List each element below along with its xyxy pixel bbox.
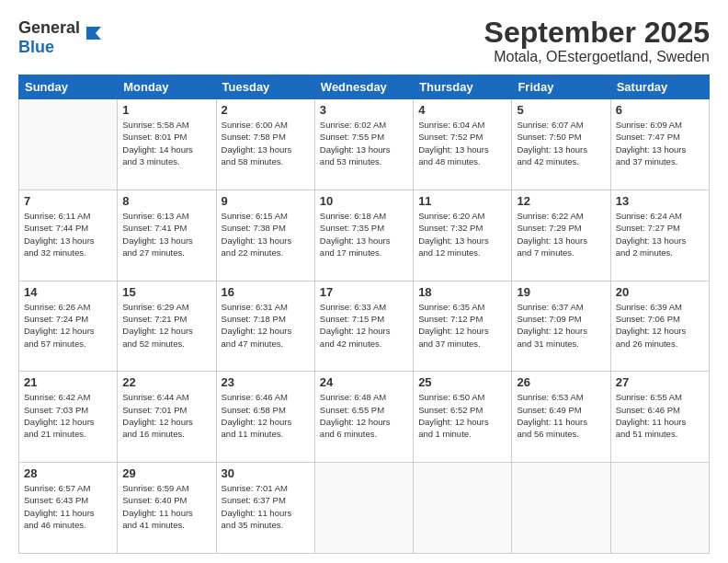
table-row: 25Sunrise: 6:50 AM Sunset: 6:52 PM Dayli…	[414, 372, 512, 463]
day-info: Sunrise: 6:37 AM Sunset: 7:09 PM Dayligh…	[517, 301, 605, 350]
table-row	[610, 463, 709, 554]
day-info: Sunrise: 6:18 AM Sunset: 7:35 PM Dayligh…	[320, 210, 408, 259]
table-row: 10Sunrise: 6:18 AM Sunset: 7:35 PM Dayli…	[314, 190, 413, 281]
calendar-table: Sunday Monday Tuesday Wednesday Thursday…	[18, 75, 710, 554]
day-info: Sunrise: 6:20 AM Sunset: 7:32 PM Dayligh…	[418, 210, 506, 259]
day-number: 8	[122, 194, 210, 208]
col-sunday: Sunday	[19, 75, 118, 99]
table-row: 17Sunrise: 6:33 AM Sunset: 7:15 PM Dayli…	[314, 281, 413, 372]
day-number: 7	[24, 194, 112, 208]
day-info: Sunrise: 6:55 AM Sunset: 6:46 PM Dayligh…	[616, 391, 704, 440]
table-row: 7Sunrise: 6:11 AM Sunset: 7:44 PM Daylig…	[19, 190, 118, 281]
day-number: 20	[616, 285, 704, 299]
day-number: 22	[122, 375, 210, 389]
table-row: 28Sunrise: 6:57 AM Sunset: 6:43 PM Dayli…	[19, 463, 118, 554]
day-info: Sunrise: 6:33 AM Sunset: 7:15 PM Dayligh…	[320, 301, 408, 350]
day-info: Sunrise: 6:50 AM Sunset: 6:52 PM Dayligh…	[418, 391, 506, 440]
day-number: 27	[616, 375, 704, 389]
table-row: 9Sunrise: 6:15 AM Sunset: 7:38 PM Daylig…	[216, 190, 314, 281]
table-row	[19, 99, 118, 190]
day-number: 26	[517, 375, 605, 389]
day-info: Sunrise: 6:09 AM Sunset: 7:47 PM Dayligh…	[616, 119, 704, 167]
day-info: Sunrise: 6:35 AM Sunset: 7:12 PM Dayligh…	[418, 301, 506, 350]
calendar-week-row: 1Sunrise: 5:58 AM Sunset: 8:01 PM Daylig…	[19, 99, 710, 190]
logo-flag-icon	[83, 23, 103, 43]
day-number: 18	[418, 285, 506, 299]
logo: General Blue	[18, 17, 103, 57]
table-row: 23Sunrise: 6:46 AM Sunset: 6:58 PM Dayli…	[216, 372, 314, 463]
calendar-header-row: Sunday Monday Tuesday Wednesday Thursday…	[19, 75, 710, 99]
table-row: 14Sunrise: 6:26 AM Sunset: 7:24 PM Dayli…	[19, 281, 118, 372]
day-number: 15	[122, 285, 210, 299]
day-info: Sunrise: 6:00 AM Sunset: 7:58 PM Dayligh…	[222, 119, 310, 167]
table-row	[414, 463, 512, 554]
calendar-title: September 2025	[484, 17, 710, 49]
day-number: 6	[616, 103, 704, 117]
day-info: Sunrise: 6:53 AM Sunset: 6:49 PM Dayligh…	[517, 391, 605, 440]
day-number: 24	[320, 375, 408, 389]
day-number: 28	[24, 466, 112, 480]
day-number: 11	[418, 194, 506, 208]
table-row: 2Sunrise: 6:00 AM Sunset: 7:58 PM Daylig…	[216, 99, 314, 190]
day-info: Sunrise: 6:22 AM Sunset: 7:29 PM Dayligh…	[517, 210, 605, 259]
day-info: Sunrise: 6:15 AM Sunset: 7:38 PM Dayligh…	[222, 210, 310, 259]
day-info: Sunrise: 6:44 AM Sunset: 7:01 PM Dayligh…	[122, 391, 210, 440]
table-row: 26Sunrise: 6:53 AM Sunset: 6:49 PM Dayli…	[512, 372, 610, 463]
day-number: 21	[24, 375, 112, 389]
day-info: Sunrise: 6:13 AM Sunset: 7:41 PM Dayligh…	[122, 210, 210, 259]
col-saturday: Saturday	[610, 75, 709, 99]
day-info: Sunrise: 6:11 AM Sunset: 7:44 PM Dayligh…	[24, 210, 112, 259]
calendar-week-row: 28Sunrise: 6:57 AM Sunset: 6:43 PM Dayli…	[19, 463, 710, 554]
day-info: Sunrise: 6:39 AM Sunset: 7:06 PM Dayligh…	[616, 301, 704, 350]
calendar-week-row: 21Sunrise: 6:42 AM Sunset: 7:03 PM Dayli…	[19, 372, 710, 463]
day-number: 12	[517, 194, 605, 208]
day-number: 1	[122, 103, 210, 117]
logo-blue: Blue	[18, 38, 80, 57]
calendar-week-row: 14Sunrise: 6:26 AM Sunset: 7:24 PM Dayli…	[19, 281, 710, 372]
day-number: 30	[222, 466, 310, 480]
table-row: 20Sunrise: 6:39 AM Sunset: 7:06 PM Dayli…	[610, 281, 709, 372]
table-row: 29Sunrise: 6:59 AM Sunset: 6:40 PM Dayli…	[118, 463, 216, 554]
table-row: 18Sunrise: 6:35 AM Sunset: 7:12 PM Dayli…	[414, 281, 512, 372]
page: General Blue September 2025 Motala, OEst…	[0, 0, 728, 563]
table-row: 27Sunrise: 6:55 AM Sunset: 6:46 PM Dayli…	[610, 372, 709, 463]
title-block: September 2025 Motala, OEstergoetland, S…	[484, 17, 710, 65]
svg-marker-0	[86, 27, 101, 40]
col-tuesday: Tuesday	[216, 75, 314, 99]
table-row: 12Sunrise: 6:22 AM Sunset: 7:29 PM Dayli…	[512, 190, 610, 281]
calendar-week-row: 7Sunrise: 6:11 AM Sunset: 7:44 PM Daylig…	[19, 190, 710, 281]
day-info: Sunrise: 6:29 AM Sunset: 7:21 PM Dayligh…	[122, 301, 210, 350]
day-info: Sunrise: 6:46 AM Sunset: 6:58 PM Dayligh…	[222, 391, 310, 440]
table-row: 13Sunrise: 6:24 AM Sunset: 7:27 PM Dayli…	[610, 190, 709, 281]
day-number: 3	[320, 103, 408, 117]
day-number: 4	[418, 103, 506, 117]
table-row	[512, 463, 610, 554]
day-info: Sunrise: 6:26 AM Sunset: 7:24 PM Dayligh…	[24, 301, 112, 350]
col-wednesday: Wednesday	[314, 75, 413, 99]
table-row: 19Sunrise: 6:37 AM Sunset: 7:09 PM Dayli…	[512, 281, 610, 372]
day-info: Sunrise: 7:01 AM Sunset: 6:37 PM Dayligh…	[222, 482, 310, 531]
day-info: Sunrise: 6:42 AM Sunset: 7:03 PM Dayligh…	[24, 391, 112, 440]
day-number: 5	[517, 103, 605, 117]
day-number: 17	[320, 285, 408, 299]
table-row: 22Sunrise: 6:44 AM Sunset: 7:01 PM Dayli…	[118, 372, 216, 463]
day-number: 25	[418, 375, 506, 389]
day-info: Sunrise: 5:58 AM Sunset: 8:01 PM Dayligh…	[122, 119, 210, 167]
day-info: Sunrise: 6:31 AM Sunset: 7:18 PM Dayligh…	[222, 301, 310, 350]
table-row: 11Sunrise: 6:20 AM Sunset: 7:32 PM Dayli…	[414, 190, 512, 281]
day-number: 23	[222, 375, 310, 389]
col-friday: Friday	[512, 75, 610, 99]
day-number: 19	[517, 285, 605, 299]
day-number: 16	[222, 285, 310, 299]
col-monday: Monday	[118, 75, 216, 99]
header: General Blue September 2025 Motala, OEst…	[18, 17, 710, 65]
table-row: 24Sunrise: 6:48 AM Sunset: 6:55 PM Dayli…	[314, 372, 413, 463]
day-number: 9	[222, 194, 310, 208]
table-row: 8Sunrise: 6:13 AM Sunset: 7:41 PM Daylig…	[118, 190, 216, 281]
table-row: 21Sunrise: 6:42 AM Sunset: 7:03 PM Dayli…	[19, 372, 118, 463]
day-info: Sunrise: 6:57 AM Sunset: 6:43 PM Dayligh…	[24, 482, 112, 531]
day-info: Sunrise: 6:02 AM Sunset: 7:55 PM Dayligh…	[320, 119, 408, 167]
logo-general: General	[18, 18, 80, 38]
calendar-subtitle: Motala, OEstergoetland, Sweden	[484, 49, 710, 65]
table-row: 16Sunrise: 6:31 AM Sunset: 7:18 PM Dayli…	[216, 281, 314, 372]
